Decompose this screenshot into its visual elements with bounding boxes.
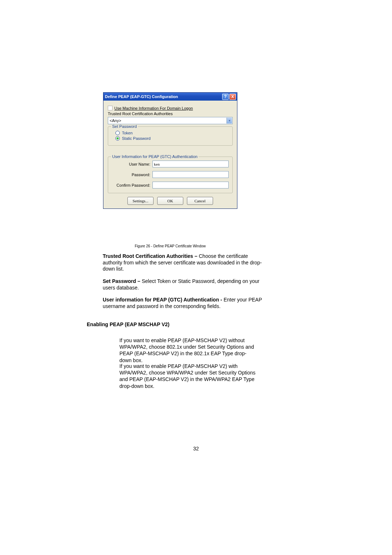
username-row: User Name: ken: [112, 161, 229, 167]
trusted-root-select[interactable]: <Any> ▾: [108, 117, 233, 124]
token-radio-row[interactable]: Token: [115, 131, 229, 135]
title-buttons: ? X: [222, 94, 237, 100]
para-set-password: Set Password – Select Token or Static Pa…: [103, 278, 267, 291]
page-number: 32: [0, 446, 392, 451]
static-label: Static Password: [122, 136, 151, 141]
chevron-down-icon[interactable]: ▾: [226, 118, 232, 123]
section-heading: Enabling PEAP (EAP MSCHAP V2): [87, 321, 268, 328]
username-input[interactable]: ken: [152, 161, 229, 167]
dialog-body: Use Machine Information For Domain Logon…: [103, 101, 237, 208]
trusted-root-value: <Any>: [110, 118, 121, 123]
indent-para-1: If you want to enable PEAP (EAP-MSCHAP V…: [119, 337, 257, 364]
checkbox-icon[interactable]: [108, 106, 113, 110]
figure-caption: Figure 26 - Define PEAP Certificate Wind…: [103, 244, 237, 248]
para-user-info: User information for PEAP (GTC) Authenti…: [103, 297, 267, 309]
para-trusted-root: Trusted Root Certification Authorities –…: [103, 253, 267, 272]
close-icon[interactable]: X: [229, 94, 236, 100]
para1-bold: Trusted Root Certification Authorities –: [103, 253, 199, 259]
help-icon[interactable]: ?: [222, 94, 229, 100]
checkbox-label: Use Machine Information For Domain Logon: [114, 106, 193, 110]
token-label: Token: [122, 131, 132, 135]
username-label: User Name:: [112, 162, 152, 166]
indent-para-2: If you want to enable PEAP (EAP-MSCHAP V…: [119, 363, 257, 389]
para3-bold: User information for PEAP (GTC) Authenti…: [103, 297, 224, 303]
password-row: Password:: [112, 171, 229, 178]
confirm-label: Confirm Password:: [112, 183, 152, 187]
cancel-button[interactable]: Cancel: [187, 197, 213, 205]
ok-button[interactable]: OK: [157, 197, 183, 205]
password-label: Password:: [112, 173, 152, 177]
password-input[interactable]: [152, 171, 229, 178]
radio-icon[interactable]: [115, 136, 120, 141]
confirm-row: Confirm Password:: [112, 182, 229, 189]
trusted-root-label: Trusted Root Certification Authorities: [108, 112, 233, 116]
dialog-title: Define PEAP (EAP-GTC) Configuration: [105, 94, 221, 99]
static-password-radio-row[interactable]: Static Password: [115, 136, 229, 141]
dialog-button-row: Settings... OK Cancel: [108, 197, 233, 205]
set-password-group: Set Password Token Static Password: [108, 126, 233, 146]
document-page: Define PEAP (EAP-GTC) Configuration ? X …: [82, 26, 322, 143]
user-info-legend: User Information for PEAP (GTC) Authenti…: [111, 154, 199, 159]
peap-config-dialog: Define PEAP (EAP-GTC) Configuration ? X …: [103, 92, 237, 209]
radio-icon[interactable]: [115, 131, 120, 135]
username-value: ken: [154, 162, 160, 166]
set-password-legend: Set Password: [111, 124, 138, 129]
confirm-input[interactable]: [152, 182, 229, 189]
settings-button[interactable]: Settings...: [127, 197, 154, 205]
user-info-group: User Information for PEAP (GTC) Authenti…: [108, 157, 233, 193]
para2-bold: Set Password –: [103, 278, 142, 284]
machine-info-checkbox-row[interactable]: Use Machine Information For Domain Logon: [108, 106, 233, 110]
titlebar[interactable]: Define PEAP (EAP-GTC) Configuration ? X: [103, 93, 237, 101]
